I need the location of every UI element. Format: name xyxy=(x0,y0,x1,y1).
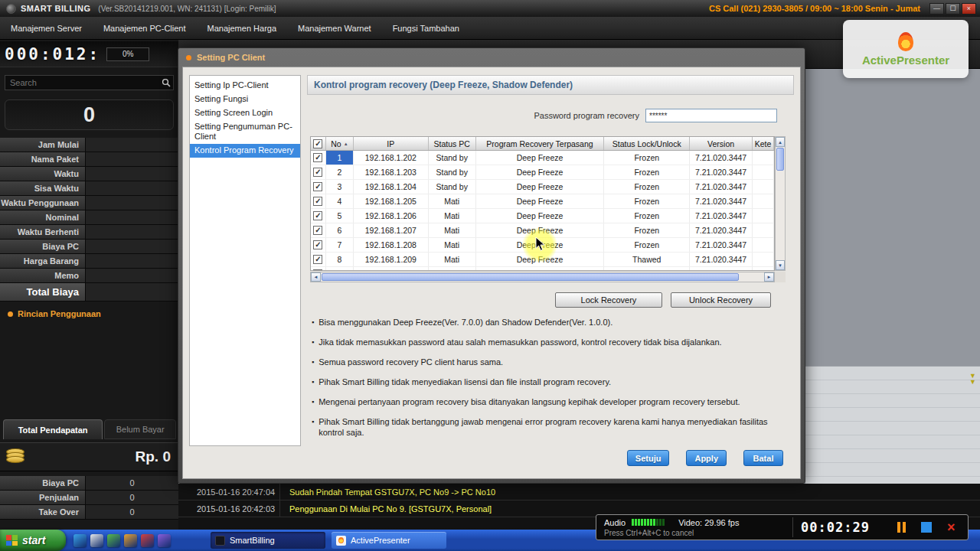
volume-icon[interactable] xyxy=(158,534,171,547)
menu-item-fungsi-tambahan[interactable]: Fungsi Tambahan xyxy=(393,24,459,33)
checkbox-checked-icon[interactable]: ✓ xyxy=(313,226,322,235)
cell-status-pc: Stand by xyxy=(429,165,476,179)
table-row[interactable]: ✓1192.168.1.202Stand byDeep FreezeFrozen… xyxy=(311,151,774,165)
messenger-icon[interactable] xyxy=(124,534,137,547)
column-header-program-recovery-terpasang[interactable]: Program Recovery Terpasang xyxy=(476,137,605,150)
search-input[interactable] xyxy=(5,78,159,87)
recovery-buttons: Lock Recovery Unlock Recovery xyxy=(555,292,771,308)
column-header-no[interactable]: No▲ xyxy=(326,137,354,150)
cell-version: 7.21.020.3447 xyxy=(690,223,753,237)
checkbox-checked-icon[interactable]: ✓ xyxy=(313,255,322,264)
nav-item-setting-ip-pc-client[interactable]: Setting Ip PC-Client xyxy=(190,79,300,93)
pause-button[interactable] xyxy=(897,522,906,533)
table-row[interactable]: ✓6192.168.1.207MatiDeep FreezeFrozen7.21… xyxy=(311,223,774,238)
minimize-button[interactable]: — xyxy=(929,3,944,15)
checkbox-checked-icon[interactable]: ✓ xyxy=(313,269,322,271)
meter-bar xyxy=(635,519,637,526)
meter-bar xyxy=(662,519,665,526)
scroll-left-icon[interactable]: ◄ xyxy=(311,272,321,282)
password-input[interactable] xyxy=(645,109,777,122)
cell-status-pc: Mati xyxy=(429,253,476,266)
maximize-button[interactable]: ☐ xyxy=(946,3,960,15)
column-header-label: Version xyxy=(707,139,734,148)
scroll-down-icon[interactable]: ▼ xyxy=(776,260,785,270)
column-header-status-pc[interactable]: Status PC xyxy=(429,137,476,150)
recorder-close-button[interactable]: × xyxy=(947,520,956,534)
taskbar-task-smartbilling[interactable]: SmartBilling xyxy=(211,532,325,549)
sidebar-row-label: Jam Mulai xyxy=(0,138,86,152)
sidebar-row: Jam Mulai xyxy=(0,138,178,152)
sidebar-row-value xyxy=(86,254,178,268)
nav-item-setting-pengumuman-pc-client[interactable]: Setting Pengumuman PC-Client xyxy=(190,120,300,144)
mail-icon[interactable] xyxy=(141,534,154,547)
setuju-button[interactable]: Setuju xyxy=(627,450,670,466)
menu-item-manajemen-warnet[interactable]: Manajemen Warnet xyxy=(298,24,371,33)
batal-button[interactable]: Batal xyxy=(743,450,783,466)
tab-belum-bayar[interactable]: Belum Bayar xyxy=(104,419,176,439)
vertical-scrollbar[interactable]: ▲ ▼ xyxy=(775,136,786,271)
checkbox-checked-icon[interactable]: ✓ xyxy=(313,197,322,206)
start-button[interactable]: start xyxy=(0,530,66,551)
menu-item-manajemen-harga[interactable]: Manajemen Harga xyxy=(207,24,277,33)
cell-version: 7.21.020.3447 xyxy=(690,165,753,179)
media-player-icon[interactable] xyxy=(107,534,120,547)
column-header-status-lock-unlock[interactable]: Status Lock/Unlock xyxy=(604,137,690,150)
close-button[interactable]: × xyxy=(962,3,976,15)
sidebar-row: Sisa Waktu xyxy=(0,181,178,196)
quick-launch-bar xyxy=(74,534,171,547)
horizontal-scroll-thumb[interactable] xyxy=(322,273,739,281)
table-row[interactable]: ✓8192.168.1.209MatiDeep FreezeThawed7.21… xyxy=(311,253,774,267)
scroll-up-icon[interactable]: ▲ xyxy=(776,137,785,147)
total-row-wrap: Total Biaya xyxy=(0,283,178,302)
checkbox-checked-icon[interactable]: ✓ xyxy=(313,153,322,162)
password-label: Password program recovery xyxy=(534,111,639,120)
checkbox-checked-icon[interactable]: ✓ xyxy=(313,182,322,191)
table-row[interactable]: ✓3192.168.1.204Stand byDeep FreezeFrozen… xyxy=(311,180,774,194)
sidebar-row-label: Waktu Penggunaan xyxy=(0,196,86,210)
flame-logo-icon xyxy=(898,32,913,51)
table-row[interactable]: ✓9192.168.1.210Stand byDeep FreezeFrozen… xyxy=(311,267,774,271)
tab-total-pendapatan[interactable]: Total Pendapatan xyxy=(3,419,103,439)
checkbox-checked-icon[interactable]: ✓ xyxy=(313,240,322,249)
cell-keterangan xyxy=(753,180,774,194)
apply-button[interactable]: Apply xyxy=(686,450,727,466)
table-row[interactable]: ✓2192.168.1.203Stand byDeep FreezeFrozen… xyxy=(311,165,774,180)
menu-item-manajemen-pc-client[interactable]: Manajemen PC-Client xyxy=(103,24,186,33)
scroll-right-icon[interactable]: ► xyxy=(764,272,774,282)
log-message: Penggunaan Di Mulai PC No 9. [GSTGU7X, P… xyxy=(279,500,492,517)
collapse-chevron-icon[interactable]: ▼▼ xyxy=(969,373,976,385)
checkbox-checked-icon[interactable]: ✓ xyxy=(313,168,322,177)
stop-button[interactable] xyxy=(921,522,932,533)
row-checkbox-cell: ✓ xyxy=(311,253,326,266)
table-row[interactable]: ✓5192.168.1.206MatiDeep FreezeFrozen7.21… xyxy=(311,209,774,223)
cell-program: Deep Freeze xyxy=(476,238,605,252)
nav-item-setting-screen-login[interactable]: Setting Screen Login xyxy=(190,106,300,120)
task-label: SmartBilling xyxy=(230,536,275,545)
cell-ip: 192.168.1.203 xyxy=(354,165,429,179)
checkbox-checked-icon[interactable]: ✓ xyxy=(313,211,322,220)
nav-item-kontrol-program-recovery[interactable]: Kontrol Program Recovery xyxy=(190,144,300,158)
vertical-scroll-thumb[interactable] xyxy=(776,148,784,171)
cell-version: 7.21.020.3447 xyxy=(690,253,753,266)
checkbox-checked-icon[interactable]: ✓ xyxy=(313,139,322,148)
lock-recovery-button[interactable]: Lock Recovery xyxy=(555,292,662,308)
column-header-version[interactable]: Version xyxy=(690,137,753,150)
unlock-recovery-button[interactable]: Unlock Recovery xyxy=(671,292,771,308)
table-row[interactable]: ✓7192.168.1.208MatiDeep FreezeFrozen7.21… xyxy=(311,238,774,253)
menu-item-manajemen-server[interactable]: Manajemen Server xyxy=(11,24,82,33)
column-header-kete[interactable]: Kete xyxy=(753,137,774,150)
taskbar-task-activepresenter[interactable]: ActivePresenter xyxy=(332,532,446,549)
column-header-ip[interactable]: IP xyxy=(354,137,429,150)
table-row[interactable]: ✓4192.168.1.205MatiDeep FreezeFrozen7.21… xyxy=(311,194,774,209)
search-icon[interactable] xyxy=(159,78,173,87)
internet-explorer-icon[interactable] xyxy=(74,534,87,547)
horizontal-scrollbar[interactable]: ◄ ► xyxy=(310,272,775,282)
nav-item-setting-fungsi[interactable]: Setting Fungsi xyxy=(190,93,300,106)
taskbar-tasks: SmartBillingActivePresenter xyxy=(211,532,446,549)
sidebar-row-value xyxy=(86,240,178,253)
cell-keterangan xyxy=(753,267,774,271)
sidebar-tabs: Total PendapatanBelum Bayar xyxy=(3,419,176,439)
cell-keterangan xyxy=(753,223,774,237)
show-desktop-icon[interactable] xyxy=(90,534,103,547)
log-row[interactable]: 2015-01-16 20:47:04Sudah Pindah Tempat G… xyxy=(178,484,980,500)
